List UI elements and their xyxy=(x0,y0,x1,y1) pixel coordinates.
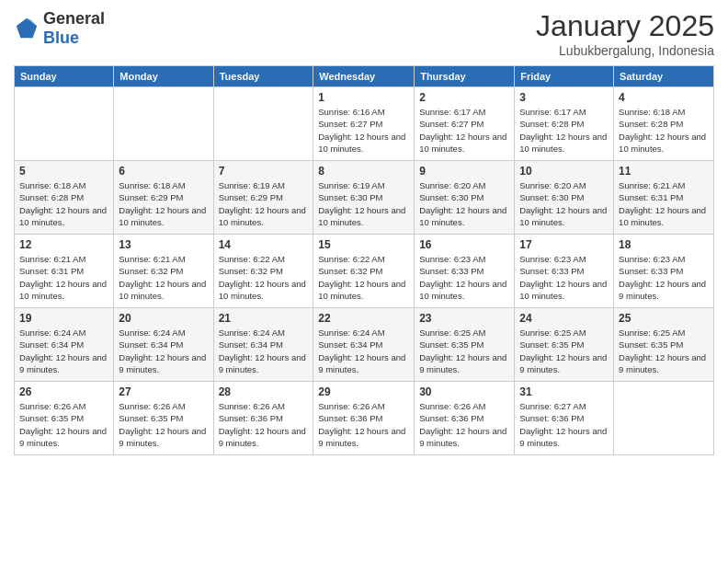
day-cell: 15Sunrise: 6:22 AMSunset: 6:32 PMDayligh… xyxy=(313,235,415,308)
day-cell: 17Sunrise: 6:23 AMSunset: 6:33 PMDayligh… xyxy=(515,235,614,308)
day-cell: 13Sunrise: 6:21 AMSunset: 6:32 PMDayligh… xyxy=(114,235,213,308)
day-info: Sunrise: 6:17 AMSunset: 6:27 PMDaylight:… xyxy=(419,106,509,155)
day-number: 11 xyxy=(619,165,709,178)
week-row-5: 26Sunrise: 6:26 AMSunset: 6:35 PMDayligh… xyxy=(15,382,714,455)
svg-marker-0 xyxy=(17,18,37,38)
day-cell: 27Sunrise: 6:26 AMSunset: 6:35 PMDayligh… xyxy=(114,382,213,455)
day-cell: 16Sunrise: 6:23 AMSunset: 6:33 PMDayligh… xyxy=(415,235,515,308)
day-info: Sunrise: 6:18 AMSunset: 6:28 PMDaylight:… xyxy=(619,106,709,155)
weekday-header-thursday: Thursday xyxy=(415,66,515,87)
day-info: Sunrise: 6:21 AMSunset: 6:31 PMDaylight:… xyxy=(619,179,709,228)
title-section: January 2025 Lubukbergalung, Indonesia xyxy=(536,9,714,58)
day-info: Sunrise: 6:26 AMSunset: 6:36 PMDaylight:… xyxy=(419,400,509,449)
weekday-header-monday: Monday xyxy=(114,66,213,87)
logo-blue: Blue xyxy=(43,29,79,47)
location-title: Lubukbergalung, Indonesia xyxy=(536,43,714,58)
calendar-table: SundayMondayTuesdayWednesdayThursdayFrid… xyxy=(14,65,714,455)
day-number: 6 xyxy=(119,165,208,178)
day-info: Sunrise: 6:24 AMSunset: 6:34 PMDaylight:… xyxy=(119,327,208,375)
day-number: 8 xyxy=(318,165,409,178)
day-cell: 31Sunrise: 6:27 AMSunset: 6:36 PMDayligh… xyxy=(515,382,614,455)
day-cell: 12Sunrise: 6:21 AMSunset: 6:31 PMDayligh… xyxy=(15,235,114,308)
day-info: Sunrise: 6:18 AMSunset: 6:29 PMDaylight:… xyxy=(119,179,208,228)
day-info: Sunrise: 6:26 AMSunset: 6:35 PMDaylight:… xyxy=(19,400,108,449)
weekday-header-saturday: Saturday xyxy=(614,66,714,87)
day-number: 5 xyxy=(19,165,108,178)
day-cell: 29Sunrise: 6:26 AMSunset: 6:36 PMDayligh… xyxy=(313,382,415,455)
day-info: Sunrise: 6:20 AMSunset: 6:30 PMDaylight:… xyxy=(419,179,509,228)
day-info: Sunrise: 6:18 AMSunset: 6:28 PMDaylight:… xyxy=(19,179,108,228)
day-number: 16 xyxy=(419,238,509,251)
day-number: 2 xyxy=(419,91,509,104)
day-cell: 26Sunrise: 6:26 AMSunset: 6:35 PMDayligh… xyxy=(15,382,114,455)
day-cell: 19Sunrise: 6:24 AMSunset: 6:34 PMDayligh… xyxy=(15,308,114,382)
day-number: 17 xyxy=(519,238,609,251)
day-number: 15 xyxy=(318,238,409,251)
week-row-2: 5Sunrise: 6:18 AMSunset: 6:28 PMDaylight… xyxy=(15,161,714,235)
day-cell: 21Sunrise: 6:24 AMSunset: 6:34 PMDayligh… xyxy=(213,308,313,382)
day-cell: 18Sunrise: 6:23 AMSunset: 6:33 PMDayligh… xyxy=(614,235,714,308)
day-cell: 24Sunrise: 6:25 AMSunset: 6:35 PMDayligh… xyxy=(515,308,614,382)
day-cell: 23Sunrise: 6:25 AMSunset: 6:35 PMDayligh… xyxy=(415,308,515,382)
day-number: 12 xyxy=(19,238,108,251)
day-number: 14 xyxy=(219,238,309,251)
day-cell: 2Sunrise: 6:17 AMSunset: 6:27 PMDaylight… xyxy=(415,87,515,161)
day-number: 10 xyxy=(519,165,609,178)
month-title: January 2025 xyxy=(536,9,714,43)
day-cell: 8Sunrise: 6:19 AMSunset: 6:30 PMDaylight… xyxy=(313,161,415,235)
day-number: 31 xyxy=(519,385,609,398)
day-number: 3 xyxy=(519,91,609,104)
day-info: Sunrise: 6:26 AMSunset: 6:36 PMDaylight:… xyxy=(318,400,409,449)
day-number: 23 xyxy=(419,312,509,325)
day-number: 27 xyxy=(119,385,208,398)
logo: General Blue xyxy=(14,9,105,48)
logo-general: General xyxy=(43,9,105,28)
day-cell xyxy=(15,87,114,161)
day-info: Sunrise: 6:22 AMSunset: 6:32 PMDaylight:… xyxy=(219,253,309,302)
day-number: 21 xyxy=(219,312,309,325)
day-number: 4 xyxy=(619,91,709,104)
day-info: Sunrise: 6:24 AMSunset: 6:34 PMDaylight:… xyxy=(219,327,309,375)
week-row-1: 1Sunrise: 6:16 AMSunset: 6:27 PMDaylight… xyxy=(15,87,714,161)
day-number: 30 xyxy=(419,385,509,398)
day-info: Sunrise: 6:25 AMSunset: 6:35 PMDaylight:… xyxy=(519,327,609,375)
day-info: Sunrise: 6:24 AMSunset: 6:34 PMDaylight:… xyxy=(19,327,108,375)
day-info: Sunrise: 6:24 AMSunset: 6:34 PMDaylight:… xyxy=(318,327,409,375)
day-info: Sunrise: 6:23 AMSunset: 6:33 PMDaylight:… xyxy=(419,253,509,302)
day-number: 25 xyxy=(619,312,709,325)
day-cell: 10Sunrise: 6:20 AMSunset: 6:30 PMDayligh… xyxy=(515,161,614,235)
day-number: 20 xyxy=(119,312,208,325)
day-info: Sunrise: 6:23 AMSunset: 6:33 PMDaylight:… xyxy=(619,253,709,302)
day-cell: 4Sunrise: 6:18 AMSunset: 6:28 PMDaylight… xyxy=(614,87,714,161)
day-cell: 5Sunrise: 6:18 AMSunset: 6:28 PMDaylight… xyxy=(15,161,114,235)
day-cell: 22Sunrise: 6:24 AMSunset: 6:34 PMDayligh… xyxy=(313,308,415,382)
weekday-header-row: SundayMondayTuesdayWednesdayThursdayFrid… xyxy=(15,66,714,87)
day-cell: 1Sunrise: 6:16 AMSunset: 6:27 PMDaylight… xyxy=(313,87,415,161)
logo-icon xyxy=(14,16,40,41)
day-number: 26 xyxy=(19,385,108,398)
day-number: 7 xyxy=(219,165,309,178)
day-info: Sunrise: 6:20 AMSunset: 6:30 PMDaylight:… xyxy=(519,179,609,228)
day-cell: 3Sunrise: 6:17 AMSunset: 6:28 PMDaylight… xyxy=(515,87,614,161)
day-cell xyxy=(114,87,213,161)
day-info: Sunrise: 6:26 AMSunset: 6:36 PMDaylight:… xyxy=(219,400,309,449)
day-cell: 28Sunrise: 6:26 AMSunset: 6:36 PMDayligh… xyxy=(213,382,313,455)
day-info: Sunrise: 6:21 AMSunset: 6:31 PMDaylight:… xyxy=(19,253,108,302)
day-cell: 11Sunrise: 6:21 AMSunset: 6:31 PMDayligh… xyxy=(614,161,714,235)
day-info: Sunrise: 6:21 AMSunset: 6:32 PMDaylight:… xyxy=(119,253,208,302)
day-info: Sunrise: 6:26 AMSunset: 6:35 PMDaylight:… xyxy=(119,400,208,449)
day-info: Sunrise: 6:19 AMSunset: 6:29 PMDaylight:… xyxy=(219,179,309,228)
day-info: Sunrise: 6:22 AMSunset: 6:32 PMDaylight:… xyxy=(318,253,409,302)
day-number: 28 xyxy=(219,385,309,398)
day-cell: 20Sunrise: 6:24 AMSunset: 6:34 PMDayligh… xyxy=(114,308,213,382)
weekday-header-friday: Friday xyxy=(515,66,614,87)
day-cell: 30Sunrise: 6:26 AMSunset: 6:36 PMDayligh… xyxy=(415,382,515,455)
day-info: Sunrise: 6:16 AMSunset: 6:27 PMDaylight:… xyxy=(318,106,409,155)
day-cell: 6Sunrise: 6:18 AMSunset: 6:29 PMDaylight… xyxy=(114,161,213,235)
week-row-3: 12Sunrise: 6:21 AMSunset: 6:31 PMDayligh… xyxy=(15,235,714,308)
day-number: 1 xyxy=(318,91,409,104)
day-number: 9 xyxy=(419,165,509,178)
calendar-page: General Blue January 2025 Lubukbergalung… xyxy=(0,0,728,563)
day-number: 24 xyxy=(519,312,609,325)
day-cell: 25Sunrise: 6:25 AMSunset: 6:35 PMDayligh… xyxy=(614,308,714,382)
